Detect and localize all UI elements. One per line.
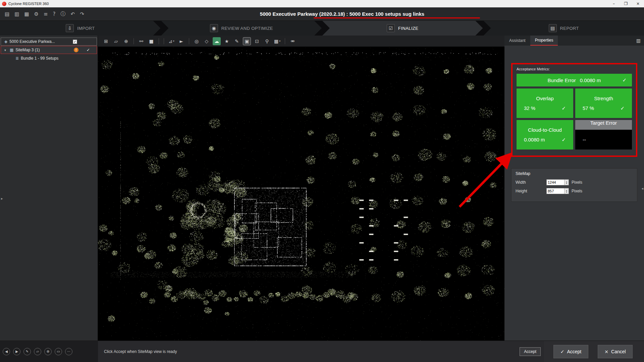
visual-alignment-icon[interactable]: ⊞: [102, 37, 110, 45]
minimize-button[interactable]: –: [608, 0, 620, 7]
tag-icon[interactable]: ◇: [203, 37, 211, 45]
check-icon: ✓: [620, 105, 625, 111]
pick-cursor-icon[interactable]: ►: [177, 37, 185, 45]
toolbar-separator: [164, 38, 164, 44]
sitemap-node-label: SiteMap 3 (1): [15, 48, 40, 52]
help-icon[interactable]: ?: [53, 11, 56, 17]
bundle-node-icon: ≣: [15, 56, 19, 61]
open-project-icon[interactable]: ▤: [5, 11, 9, 17]
zoom-window-icon[interactable]: ⊕: [122, 37, 130, 45]
duplicate-view-icon[interactable]: ▱: [112, 37, 120, 45]
fill-region-icon[interactable]: ■: [147, 37, 155, 45]
width-spinner[interactable]: ▴ ▾: [564, 180, 569, 185]
tab-import[interactable]: ⇩ IMPORT: [0, 21, 161, 36]
point-cloud-canvas[interactable]: [98, 47, 504, 341]
next-view-icon[interactable]: ▶: [13, 348, 20, 355]
draw-icon[interactable]: ✎: [23, 348, 31, 355]
tab-assistant[interactable]: Assistant: [504, 36, 530, 46]
settings-gear-icon[interactable]: ⚙: [34, 11, 39, 17]
footer-bar: ◀▶✎▱⊕▭⋯ Click Accept when SiteMap view i…: [0, 341, 644, 362]
panel-collapse-handle[interactable]: ◂: [641, 186, 643, 191]
project-tree: ◈ 5000 Executive Parkwa... ✓ ▾ ▦ SiteMap…: [0, 36, 98, 341]
tab-review-and-optimize[interactable]: ◉ REVIEW AND OPTIMIZE: [161, 21, 322, 36]
expander-icon[interactable]: ▾: [4, 48, 8, 52]
sitemap-width-input[interactable]: [547, 180, 564, 185]
undo-icon[interactable]: ↶: [71, 11, 75, 17]
height-spinner[interactable]: ▴ ▾: [564, 188, 569, 194]
viewport-column: ⊞▱⊕⚯■⊿▾►◎◇☁★✎▣⊡⚲▩▾⚮: [98, 36, 504, 341]
target-error-label: Target Error: [590, 120, 617, 126]
tab-finalize[interactable]: ☑ FINALIZE: [322, 21, 483, 36]
tab-review-label: REVIEW AND OPTIMIZE: [221, 26, 273, 31]
panel-layout-icon[interactable]: ▥: [636, 38, 641, 43]
unlink-icon[interactable]: ⚮: [288, 37, 297, 45]
width-label: Width: [516, 180, 546, 185]
project-node-icon: ◈: [4, 39, 7, 44]
sitemap-check-icon[interactable]: ✓: [87, 48, 90, 52]
link-setups-icon[interactable]: ⚯: [137, 37, 145, 45]
toolbar-separator: [133, 38, 134, 44]
sitemap-heading: SiteMap: [516, 171, 633, 176]
strength-metric: Strength 57 % ✓: [575, 88, 632, 118]
location-pin-icon[interactable]: ⚲: [263, 37, 271, 45]
acceptance-metrics-heading: Acceptance Metrics:: [517, 67, 632, 71]
image-icon[interactable]: ▣: [243, 37, 251, 45]
cancel-button[interactable]: × Cancel: [598, 345, 633, 358]
footer-status-strip: Click Accept when SiteMap view is ready …: [98, 341, 544, 362]
camera-icon[interactable]: ⊡: [253, 37, 261, 45]
cloud-icon[interactable]: ☁: [213, 37, 221, 45]
height-unit: Pixels: [572, 189, 582, 193]
workflow-bar: ⇩ IMPORT ◉ REVIEW AND OPTIMIZE ☑ FINALIZ…: [0, 21, 644, 36]
event-log-icon[interactable]: ≡: [44, 11, 48, 17]
redo-icon[interactable]: ↷: [80, 11, 84, 17]
window-title: Cyclone REGISTER 360: [8, 2, 49, 6]
tree-item-sitemap[interactable]: ▾ ▦ SiteMap 3 (1) ! ✓: [1, 46, 97, 54]
project-windows-icon[interactable]: ▦: [24, 11, 29, 17]
height-label: Height: [516, 189, 546, 193]
chevron-down-icon: ▾: [279, 40, 280, 43]
sidebar-collapse-handle[interactable]: ▸: [1, 196, 3, 201]
bundle-error-label: Bundle Error: [548, 77, 576, 83]
zoom-tool-icon[interactable]: ⊕: [44, 348, 52, 355]
target-icon[interactable]: ◎: [193, 37, 201, 45]
sitemap-width-row: Width ▴ ▾ Pixels: [516, 179, 633, 185]
footer-nav-icons: ◀▶✎▱⊕▭⋯: [0, 341, 98, 362]
toolbar-separator: [189, 38, 189, 44]
maximize-button[interactable]: ❐: [620, 0, 632, 7]
close-icon: ×: [604, 349, 608, 354]
tree-item-bundle[interactable]: ≣ Bundle 1 - 99 Setups: [1, 54, 97, 62]
close-button[interactable]: ×: [632, 0, 644, 7]
star-icon[interactable]: ★: [223, 37, 231, 45]
sitemap-height-input[interactable]: [547, 188, 564, 194]
window-titlebar: Cyclone REGISTER 360 – ❐ ×: [0, 0, 644, 7]
import-data-icon[interactable]: ▥: [14, 11, 19, 17]
cancel-button-label: Cancel: [611, 349, 626, 354]
overlap-label: Overlap: [536, 96, 554, 101]
spinner-down-icon[interactable]: ▾: [566, 182, 567, 184]
more-options-icon[interactable]: ⋯: [65, 348, 72, 355]
tab-finalize-label: FINALIZE: [398, 26, 418, 31]
chevron-down-icon: ▾: [173, 40, 174, 43]
info-icon[interactable]: ⓘ: [61, 11, 66, 17]
bundle-node-label: Bundle 1 - 99 Setups: [21, 56, 58, 61]
copy-view-icon[interactable]: ▱: [34, 348, 41, 355]
layers-icon[interactable]: ▩▾: [273, 37, 281, 45]
app-window: Cyclone REGISTER 360 – ❐ × ▤▥▦⚙≡?ⓘ↶↷ 500…: [0, 0, 644, 362]
accept-button[interactable]: ✓ Accept: [553, 345, 588, 358]
tab-report[interactable]: ▤ REPORT: [484, 21, 644, 36]
accept-small-button[interactable]: Accept: [520, 347, 541, 356]
tree-item-project[interactable]: ◈ 5000 Executive Parkwa... ✓: [1, 38, 97, 46]
bundle-error-value: 0.0080 m: [580, 77, 601, 83]
toolbar-separator: [285, 38, 285, 44]
check-icon: ✓: [560, 349, 565, 354]
import-icon: ⇩: [66, 24, 74, 32]
target-error-value: --: [583, 137, 625, 142]
fit-screen-icon[interactable]: ▭: [55, 348, 62, 355]
project-checkbox[interactable]: ✓: [73, 40, 77, 44]
pen-icon[interactable]: ✎: [233, 37, 241, 45]
tab-properties[interactable]: Properties: [530, 36, 558, 46]
measure-icon[interactable]: ⊿▾: [167, 37, 175, 45]
toolbar-separator: [159, 38, 159, 44]
previous-view-icon[interactable]: ◀: [3, 348, 10, 355]
spinner-down-icon[interactable]: ▾: [566, 191, 567, 193]
